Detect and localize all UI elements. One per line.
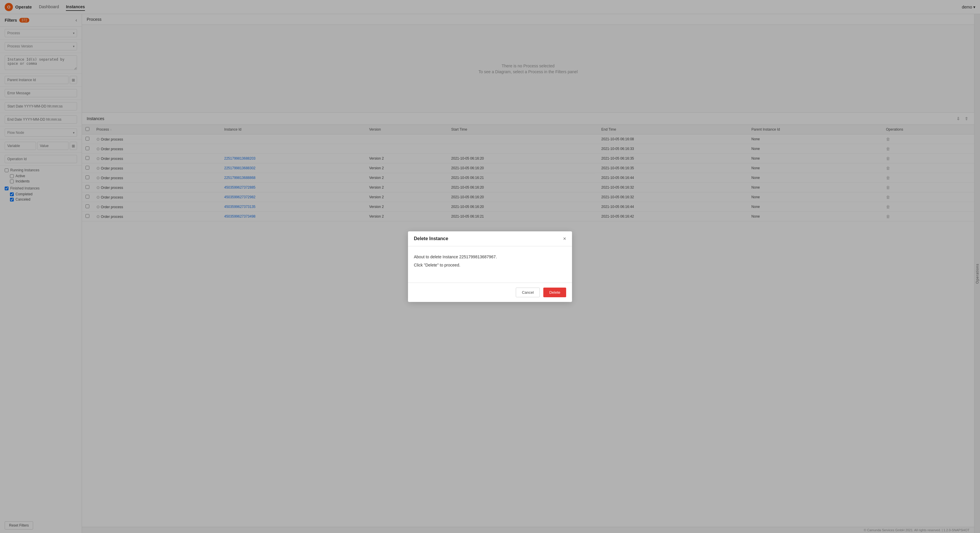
cancel-button[interactable]: Cancel	[516, 288, 540, 297]
modal-line2: Click "Delete" to proceed.	[414, 263, 566, 267]
delete-instance-modal: Delete Instance × About to delete Instan…	[408, 231, 572, 302]
modal-header: Delete Instance ×	[408, 231, 572, 246]
modal-overlay: Delete Instance × About to delete Instan…	[0, 0, 980, 533]
modal-title: Delete Instance	[414, 236, 448, 241]
delete-button[interactable]: Delete	[543, 288, 566, 297]
modal-close-button[interactable]: ×	[563, 236, 566, 241]
modal-footer: Cancel Delete	[408, 283, 572, 302]
modal-body: About to delete Instance 225179981368796…	[408, 246, 572, 283]
modal-line1: About to delete Instance 225179981368796…	[414, 255, 566, 259]
